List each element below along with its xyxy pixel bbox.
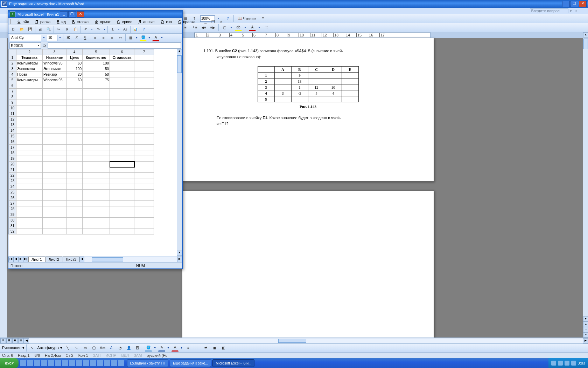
cell[interactable] xyxy=(110,66,134,72)
row-header-14[interactable]: 14 xyxy=(9,128,16,134)
cell[interactable] xyxy=(66,111,83,117)
cell[interactable] xyxy=(83,105,110,111)
excel-doc-icon[interactable] xyxy=(10,19,10,24)
ql-icon[interactable] xyxy=(97,360,103,366)
cell[interactable] xyxy=(16,83,43,89)
cell[interactable] xyxy=(43,195,66,201)
excel-doc-close[interactable]: × xyxy=(218,19,224,25)
cell[interactable] xyxy=(134,72,154,77)
cell[interactable] xyxy=(134,83,154,89)
cell[interactable] xyxy=(43,105,66,111)
row-header-15[interactable]: 15 xyxy=(9,134,16,139)
question-close-icon[interactable]: × xyxy=(575,9,578,13)
cell[interactable] xyxy=(134,184,154,190)
textbox-icon[interactable]: A▭ xyxy=(99,345,106,352)
open-icon[interactable]: 📂 xyxy=(18,26,25,33)
excel-titlebar[interactable]: X Microsoft Excel - Книга1 _ ❐ ✕ xyxy=(8,11,182,18)
sheet-tab-Лист2[interactable]: Лист2 xyxy=(46,257,62,262)
row-header-21[interactable]: 21 xyxy=(9,167,16,173)
italic-button[interactable]: К xyxy=(73,34,80,41)
bold-button[interactable]: Ж xyxy=(65,34,72,41)
cell[interactable] xyxy=(83,156,110,162)
cell[interactable] xyxy=(43,145,66,150)
cell[interactable] xyxy=(16,212,43,218)
cell[interactable] xyxy=(134,77,154,83)
ql-icon[interactable] xyxy=(41,360,47,366)
cell[interactable] xyxy=(16,167,43,173)
cell[interactable] xyxy=(66,145,83,150)
font-size-combo[interactable] xyxy=(47,35,57,41)
row-header-22[interactable]: 22 xyxy=(9,173,16,178)
ql-icon[interactable] xyxy=(111,360,117,366)
row-header-6[interactable]: 6 xyxy=(9,83,16,89)
oval-icon[interactable]: ◯ xyxy=(90,345,97,352)
cell[interactable] xyxy=(16,173,43,178)
cell[interactable] xyxy=(43,229,66,234)
cell[interactable] xyxy=(43,218,66,223)
fill-dropdown-excel-icon[interactable]: ▼ xyxy=(148,36,151,39)
cell[interactable] xyxy=(43,117,66,122)
cell[interactable] xyxy=(110,167,134,173)
cell[interactable] xyxy=(134,55,154,61)
row-header-13[interactable]: 13 xyxy=(9,122,16,128)
excel-menu-Данные[interactable]: Данные xyxy=(134,19,157,24)
new-icon[interactable]: 🗋 xyxy=(10,26,17,33)
cell[interactable] xyxy=(43,111,66,117)
cell[interactable]: 50 xyxy=(83,66,110,72)
scroll-up-icon[interactable]: ▲ xyxy=(583,32,588,38)
cell[interactable]: Компьютеры xyxy=(16,77,43,83)
excel-menu-Сервис[interactable]: Сервис xyxy=(113,19,134,24)
cell[interactable] xyxy=(134,145,154,150)
cell[interactable] xyxy=(110,72,134,77)
font-color-draw-icon[interactable]: A xyxy=(172,345,178,352)
line-color-icon[interactable]: ✎ xyxy=(158,345,165,352)
highlight-icon[interactable]: ab xyxy=(235,24,242,31)
cell[interactable] xyxy=(83,134,110,139)
row-header-18[interactable]: 18 xyxy=(9,150,16,156)
copy-icon[interactable]: ⎘ xyxy=(64,26,71,33)
fontcolor-dropdown-icon[interactable]: ▼ xyxy=(258,26,261,29)
cell[interactable] xyxy=(66,212,83,218)
cell[interactable] xyxy=(134,66,154,72)
cell[interactable] xyxy=(43,162,66,167)
cell[interactable] xyxy=(66,178,83,184)
cell[interactable] xyxy=(83,223,110,229)
cell[interactable] xyxy=(110,218,134,223)
cell[interactable] xyxy=(134,94,154,100)
cell[interactable] xyxy=(110,139,134,145)
cell[interactable] xyxy=(134,105,154,111)
cell[interactable] xyxy=(43,184,66,190)
row-header-3[interactable]: 3 xyxy=(9,66,16,72)
word-horizontal-scrollbar[interactable]: ◀ ▶ xyxy=(24,338,588,343)
align-center-icon[interactable]: ≡ xyxy=(100,34,107,41)
row-header-32[interactable]: 32 xyxy=(9,229,16,234)
excel-minimize-button[interactable]: _ xyxy=(60,11,68,18)
cell[interactable] xyxy=(16,117,43,122)
cell[interactable] xyxy=(83,229,110,234)
font-color-icon[interactable]: A xyxy=(249,24,256,31)
cell[interactable]: 60 xyxy=(66,77,83,83)
borders-icon[interactable]: ▦ xyxy=(127,34,134,41)
question-dropdown-icon[interactable]: ▾ xyxy=(570,9,572,13)
cell[interactable] xyxy=(16,145,43,150)
cell[interactable] xyxy=(134,229,154,234)
excel-menu-Справка[interactable]: Справка xyxy=(174,19,197,24)
cell[interactable] xyxy=(134,89,154,94)
cell[interactable] xyxy=(66,195,83,201)
clipart-icon[interactable]: 👤 xyxy=(125,345,132,352)
decrease-indent-icon[interactable]: ◀≡ xyxy=(200,24,207,31)
cell[interactable] xyxy=(110,178,134,184)
cell[interactable] xyxy=(66,206,83,212)
cell[interactable] xyxy=(83,117,110,122)
tray-icon[interactable] xyxy=(558,361,563,366)
merge-center-icon[interactable]: ⇔ xyxy=(117,34,124,41)
hscroll-left-icon[interactable]: ◀ xyxy=(24,338,29,343)
word-restore-button[interactable]: ❐ xyxy=(570,1,578,7)
cell[interactable] xyxy=(110,156,134,162)
shadow-icon[interactable]: ◼ xyxy=(211,345,218,352)
cell[interactable] xyxy=(83,100,110,105)
excel-menu-Вид[interactable]: Вид xyxy=(52,19,68,24)
cell[interactable] xyxy=(134,178,154,184)
cell[interactable] xyxy=(134,100,154,105)
excel-horizontal-scrollbar[interactable]: ◀ ▶ xyxy=(79,257,182,262)
